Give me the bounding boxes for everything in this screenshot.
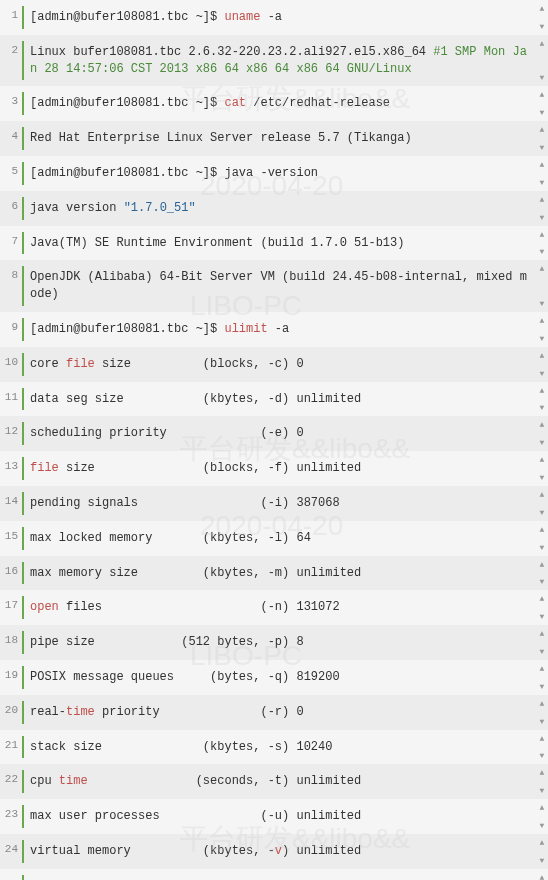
line-number: 24 [0, 834, 22, 855]
line-arrows[interactable]: ▲▼ [536, 764, 548, 799]
line-content: pending signals (-i) 387068 [30, 486, 536, 521]
arrow-up-icon[interactable]: ▲ [540, 125, 545, 134]
line-arrows[interactable]: ▲▼ [536, 590, 548, 625]
line-arrows[interactable]: ▲▼ [536, 347, 548, 382]
code-line: 16max memory size (kbytes, -m) unlimited… [0, 556, 548, 591]
line-arrows[interactable]: ▲▼ [536, 35, 548, 87]
line-arrows[interactable]: ▲▼ [536, 625, 548, 660]
arrow-up-icon[interactable]: ▲ [540, 264, 545, 273]
line-content: POSIX message queues (bytes, -q) 819200 [30, 660, 536, 695]
arrow-down-icon[interactable]: ▼ [540, 473, 545, 482]
line-arrows[interactable]: ▲▼ [536, 191, 548, 226]
arrow-up-icon[interactable]: ▲ [540, 768, 545, 777]
line-arrows[interactable]: ▲▼ [536, 660, 548, 695]
arrow-down-icon[interactable]: ▼ [540, 821, 545, 830]
line-arrows[interactable]: ▲▼ [536, 869, 548, 880]
arrow-down-icon[interactable]: ▼ [540, 856, 545, 865]
code-segment: priority (-r) 0 [95, 705, 304, 719]
arrow-down-icon[interactable]: ▼ [540, 508, 545, 517]
line-arrows[interactable]: ▲▼ [536, 121, 548, 156]
arrow-up-icon[interactable]: ▲ [540, 699, 545, 708]
line-arrows[interactable]: ▲▼ [536, 695, 548, 730]
arrow-up-icon[interactable]: ▲ [540, 838, 545, 847]
code-line: 15max locked memory (kbytes, -l) 64▲▼ [0, 521, 548, 556]
arrow-up-icon[interactable]: ▲ [540, 594, 545, 603]
line-arrows[interactable]: ▲▼ [536, 312, 548, 347]
arrow-down-icon[interactable]: ▼ [540, 213, 545, 222]
arrow-down-icon[interactable]: ▼ [540, 247, 545, 256]
code-segment: (seconds, -t) unlimited [88, 774, 362, 788]
line-arrows[interactable]: ▲▼ [536, 730, 548, 765]
arrow-up-icon[interactable]: ▲ [540, 525, 545, 534]
line-arrows[interactable]: ▲▼ [536, 486, 548, 521]
line-number: 5 [0, 156, 22, 177]
arrow-up-icon[interactable]: ▲ [540, 455, 545, 464]
arrow-up-icon[interactable]: ▲ [540, 386, 545, 395]
arrow-down-icon[interactable]: ▼ [540, 717, 545, 726]
arrow-up-icon[interactable]: ▲ [540, 39, 545, 48]
line-arrows[interactable]: ▲▼ [536, 451, 548, 486]
arrow-up-icon[interactable]: ▲ [540, 560, 545, 569]
arrow-up-icon[interactable]: ▲ [540, 803, 545, 812]
arrow-down-icon[interactable]: ▼ [540, 143, 545, 152]
gutter-bar [22, 666, 24, 689]
code-segment: "1.7.0_51" [124, 201, 196, 215]
line-arrows[interactable]: ▲▼ [536, 834, 548, 869]
arrow-up-icon[interactable]: ▲ [540, 629, 545, 638]
line-arrows[interactable]: ▲▼ [536, 799, 548, 834]
gutter-bar [22, 596, 24, 619]
code-segment: cpu [30, 774, 59, 788]
line-arrows[interactable]: ▲▼ [536, 521, 548, 556]
gutter-bar [22, 562, 24, 585]
arrow-up-icon[interactable]: ▲ [540, 734, 545, 743]
line-content: open files (-n) 131072 [30, 590, 536, 625]
arrow-up-icon[interactable]: ▲ [540, 351, 545, 360]
arrow-up-icon[interactable]: ▲ [540, 490, 545, 499]
code-segment: uname [224, 10, 260, 24]
arrow-down-icon[interactable]: ▼ [540, 73, 545, 82]
arrow-down-icon[interactable]: ▼ [540, 786, 545, 795]
arrow-up-icon[interactable]: ▲ [540, 195, 545, 204]
arrow-down-icon[interactable]: ▼ [540, 751, 545, 760]
arrow-down-icon[interactable]: ▼ [540, 22, 545, 31]
code-segment: Java(TM) SE Runtime Environment (build 1… [30, 236, 404, 250]
line-arrows[interactable]: ▲▼ [536, 156, 548, 191]
arrow-down-icon[interactable]: ▼ [540, 178, 545, 187]
gutter-bar [22, 353, 24, 376]
arrow-down-icon[interactable]: ▼ [540, 543, 545, 552]
gutter-bar [22, 6, 24, 29]
code-segment: [admin@bufer108081.tbc ~]$ [30, 10, 224, 24]
line-arrows[interactable]: ▲▼ [536, 0, 548, 35]
code-block: 1[admin@bufer108081.tbc ~]$ uname -a▲▼2L… [0, 0, 548, 880]
code-segment: Red Hat Enterprise Linux Server release … [30, 131, 412, 145]
arrow-down-icon[interactable]: ▼ [540, 682, 545, 691]
arrow-down-icon[interactable]: ▼ [540, 369, 545, 378]
arrow-down-icon[interactable]: ▼ [540, 577, 545, 586]
line-arrows[interactable]: ▲▼ [536, 260, 548, 312]
line-number: 1 [0, 0, 22, 21]
line-arrows[interactable]: ▲▼ [536, 556, 548, 591]
arrow-down-icon[interactable]: ▼ [540, 334, 545, 343]
arrow-down-icon[interactable]: ▼ [540, 403, 545, 412]
line-arrows[interactable]: ▲▼ [536, 382, 548, 417]
arrow-up-icon[interactable]: ▲ [540, 664, 545, 673]
line-arrows[interactable]: ▲▼ [536, 86, 548, 121]
code-line: 20real-time priority (-r) 0▲▼ [0, 695, 548, 730]
arrow-up-icon[interactable]: ▲ [540, 420, 545, 429]
arrow-down-icon[interactable]: ▼ [540, 612, 545, 621]
arrow-up-icon[interactable]: ▲ [540, 230, 545, 239]
arrow-down-icon[interactable]: ▼ [540, 438, 545, 447]
arrow-down-icon[interactable]: ▼ [540, 647, 545, 656]
arrow-down-icon[interactable]: ▼ [540, 108, 545, 117]
code-segment: [admin@bufer108081.tbc ~]$ java -version [30, 166, 318, 180]
line-arrows[interactable]: ▲▼ [536, 416, 548, 451]
arrow-up-icon[interactable]: ▲ [540, 4, 545, 13]
code-segment: time [59, 774, 88, 788]
arrow-up-icon[interactable]: ▲ [540, 90, 545, 99]
line-arrows[interactable]: ▲▼ [536, 226, 548, 261]
arrow-up-icon[interactable]: ▲ [540, 316, 545, 325]
arrow-up-icon[interactable]: ▲ [540, 160, 545, 169]
line-content: pipe size (512 bytes, -p) 8 [30, 625, 536, 660]
arrow-up-icon[interactable]: ▲ [540, 873, 545, 880]
arrow-down-icon[interactable]: ▼ [540, 299, 545, 308]
